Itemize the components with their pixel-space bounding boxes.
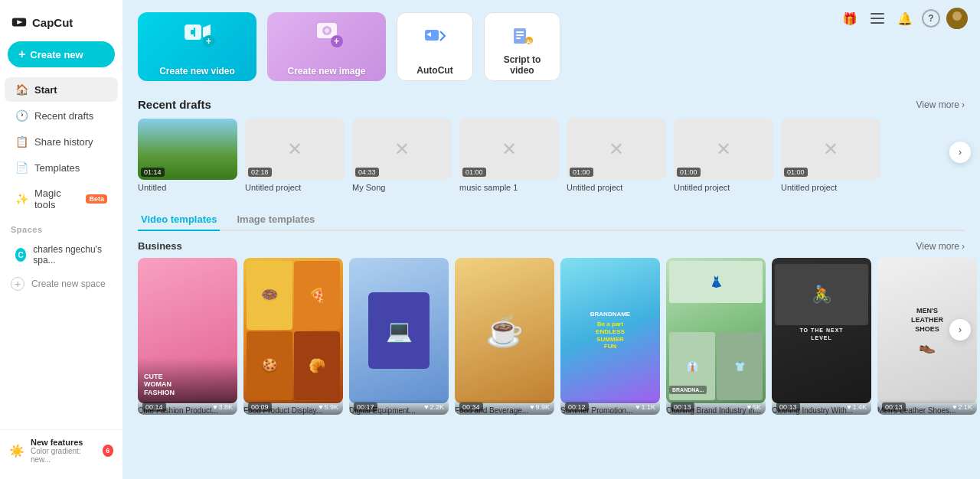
notification-icon[interactable]: 🔔 — [894, 8, 916, 29]
business-view-more[interactable]: View more › — [916, 241, 965, 252]
svg-rect-2 — [871, 13, 884, 15]
share-icon: 📋 — [15, 135, 28, 148]
template-card-7[interactable]: TAKE YOUR LOOKTO THE NEXTLEVEL 🚴 00:13 ♥… — [772, 258, 871, 415]
user-avatar[interactable] — [946, 8, 968, 29]
draft-duration-1: 01:14 — [141, 168, 165, 177]
template-overlay-2: 00:09 ♥ 5.9K — [243, 399, 343, 415]
business-chevron-icon: › — [962, 241, 965, 252]
chevron-right-icon: › — [962, 99, 965, 110]
magic-icon: ✨ — [15, 193, 28, 205]
template-stat-2: ♥ 5.9K — [318, 403, 338, 411]
create-space-item[interactable]: + Create new space — [0, 272, 122, 295]
create-space-plus-icon: + — [11, 277, 24, 291]
draft-duration-4: 01:00 — [462, 168, 486, 177]
templates-icon: 📄 — [15, 161, 28, 174]
create-video-card[interactable]: + Create new video — [138, 12, 256, 81]
create-new-label: Create new — [30, 49, 83, 60]
template-thumb-5: BRANDNAME Be a partENDLESSSUMMERFUN — [560, 258, 660, 403]
draft-card-5[interactable]: ✕ 01:00 Untitled project — [567, 119, 666, 192]
space-name: charles ngechu's spa... — [33, 244, 107, 266]
template-overlay-6: 00:13 ♥ 5K — [666, 399, 766, 415]
sidebar-label-share-history: Share history — [34, 136, 93, 148]
svg-rect-10 — [194, 28, 195, 37]
draft-thumb-7: ✕ 01:00 — [781, 119, 880, 180]
template-card-5[interactable]: BRANDNAME Be a partENDLESSSUMMERFUN 00:1… — [560, 258, 660, 415]
svg-rect-14 — [425, 30, 439, 41]
beta-badge: Beta — [86, 194, 107, 204]
sidebar-item-recent-drafts[interactable]: 🕐 Recent drafts — [5, 103, 118, 128]
draft-duration-5: 01:00 — [570, 168, 593, 177]
template-thumb-6: 👗 👔 👕 BRANDNA... — [666, 258, 766, 403]
sidebar-item-templates[interactable]: 📄 Templates — [5, 155, 118, 180]
template-duration-6: 00:13 — [671, 402, 694, 412]
template-overlay-1: 00:14 ♥ 3.8K — [138, 399, 237, 415]
placeholder-icon-2: ✕ — [287, 138, 302, 160]
autocut-label: AutoCut — [409, 60, 460, 80]
draft-thumb-6: ✕ 01:00 — [674, 119, 773, 180]
create-video-label: Create new video — [152, 61, 243, 81]
template-duration-1: 00:14 — [142, 402, 166, 412]
draft-card-4[interactable]: ✕ 01:00 music sample 1 — [459, 119, 559, 192]
new-features-title: New features — [31, 438, 96, 447]
template-card-2[interactable]: 🍩 🍕 🍪 🥐 00:09 ♥ 5.9K Food Product Displa… — [243, 258, 343, 415]
sidebar-item-start[interactable]: 🏠 Start — [5, 77, 118, 102]
draft-name-6: Untitled project — [674, 183, 773, 192]
template-thumb-3: 💻 — [349, 258, 449, 403]
recent-drafts-view-more[interactable]: View more › — [916, 99, 965, 110]
draft-thumb-4: ✕ 01:00 — [459, 119, 559, 180]
new-features-bar[interactable]: ☀️ New features Color gradient: new... 6 — [0, 429, 122, 471]
sidebar-item-share-history[interactable]: 📋 Share history — [5, 129, 118, 154]
template-card-4[interactable]: ☕ 00:34 ♥ 9.9K Food and Beverage... — [455, 258, 554, 415]
placeholder-icon-7: ✕ — [823, 138, 838, 160]
template-thumb-1: CUTEWOMANFASHION — [138, 258, 237, 403]
business-title: Business — [138, 240, 182, 252]
help-icon[interactable]: ? — [922, 9, 940, 28]
tab-video-templates[interactable]: Video templates — [138, 209, 220, 231]
template-duration-2: 00:09 — [248, 402, 272, 412]
new-features-text: New features Color gradient: new... — [31, 438, 96, 464]
gift-icon[interactable]: 🎁 — [839, 8, 861, 29]
image-plus-badge: + — [331, 35, 343, 47]
placeholder-icon-6: ✕ — [716, 138, 731, 160]
autocut-card[interactable]: AutoCut — [397, 12, 473, 81]
draft-card-6[interactable]: ✕ 01:00 Untitled project — [674, 119, 773, 192]
draft-thumb-1: 01:14 — [138, 119, 237, 180]
draft-duration-2: 02:18 — [248, 168, 272, 177]
create-image-card[interactable]: + Create new image — [267, 12, 386, 81]
plus-badge: + — [203, 35, 215, 47]
template-card-3[interactable]: 💻 00:17 ♥ 2.2K Digital Equipment... — [349, 258, 449, 415]
templates-next-arrow[interactable]: › — [949, 319, 971, 341]
autocut-icon-container — [423, 27, 446, 50]
svg-point-13 — [325, 28, 329, 33]
recent-drafts-header: Recent drafts View more › — [138, 98, 965, 111]
draft-name-4: music sample 1 — [459, 183, 559, 192]
svg-rect-3 — [871, 18, 884, 19]
sidebar: CapCut + Create new 🏠 Start 🕐 Recent dra… — [0, 0, 122, 479]
template-card-6[interactable]: 👗 👔 👕 BRANDNA... 00:13 ♥ 5K Clothing Bra… — [666, 258, 766, 415]
sidebar-item-space[interactable]: C charles ngechu's spa... — [5, 238, 118, 272]
tab-image-templates[interactable]: Image templates — [234, 209, 318, 231]
drafts-next-arrow[interactable]: › — [949, 142, 971, 163]
draft-duration-3: 04:33 — [355, 168, 379, 177]
draft-card-2[interactable]: ✕ 02:18 Untitled project — [245, 119, 345, 192]
draft-name-1: Untitled — [138, 183, 237, 192]
template-duration-8: 00:13 — [882, 402, 906, 412]
svg-point-5 — [952, 11, 962, 21]
draft-card-7[interactable]: ✕ 01:00 Untitled project — [781, 119, 880, 192]
main-content: 🎁 🔔 ? + Create new video — [122, 0, 980, 479]
sidebar-item-magic-tools[interactable]: ✨ Magic tools Beta — [5, 181, 118, 217]
template-card-1[interactable]: CUTEWOMANFASHION 00:14 ♥ 3.8K Cute Fashi… — [138, 258, 237, 415]
placeholder-icon-5: ✕ — [609, 138, 624, 160]
template-stat-3: ♥ 2.2K — [424, 403, 444, 411]
script-to-video-card[interactable]: AI Script to video — [484, 12, 560, 81]
template-duration-5: 00:12 — [565, 402, 589, 412]
template-thumb-7: TAKE YOUR LOOKTO THE NEXTLEVEL 🚴 — [772, 258, 871, 403]
menu-icon[interactable] — [867, 8, 888, 29]
draft-card-3[interactable]: ✕ 04:33 My Song — [352, 119, 452, 192]
draft-card-1[interactable]: 01:14 Untitled — [138, 119, 237, 192]
draft-name-7: Untitled project — [781, 183, 880, 192]
template-duration-4: 00:34 — [459, 402, 483, 412]
app-logo: CapCut — [0, 8, 122, 41]
template-thumb-2: 🍩 🍕 🍪 🥐 — [243, 258, 343, 403]
create-new-button[interactable]: + Create new — [8, 41, 115, 67]
